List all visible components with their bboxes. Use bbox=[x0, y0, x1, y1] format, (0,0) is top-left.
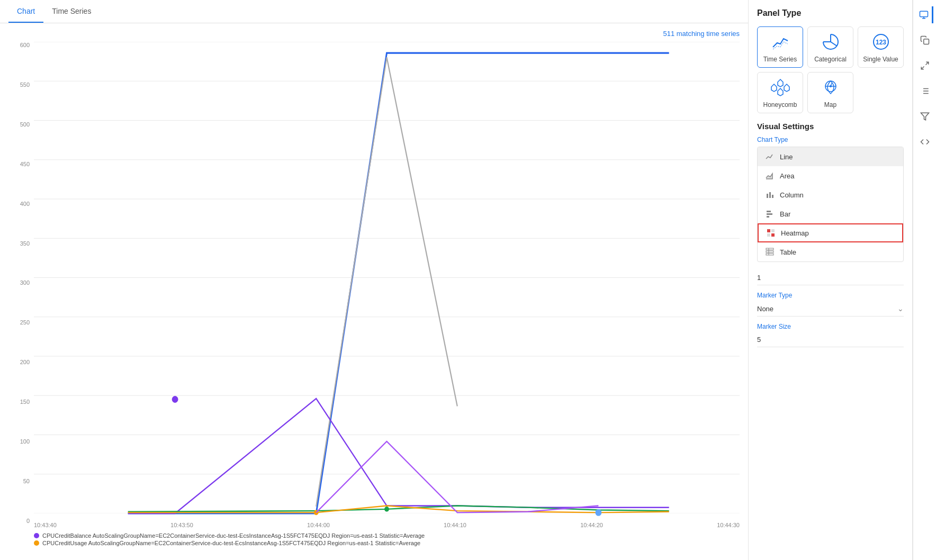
marker-type-field[interactable]: None ⌄ bbox=[757, 301, 904, 317]
filter-icon[interactable] bbox=[916, 108, 933, 125]
svg-point-14 bbox=[384, 507, 389, 512]
right-panel: Panel Type Time Series bbox=[749, 0, 913, 560]
chart-lines-svg bbox=[34, 42, 740, 513]
legend-dot-0 bbox=[34, 533, 39, 538]
svg-rect-27 bbox=[769, 192, 771, 198]
svg-marker-52 bbox=[921, 113, 929, 120]
heatmap-icon bbox=[766, 228, 776, 238]
chart-type-bar[interactable]: Bar bbox=[758, 204, 903, 223]
area-icon bbox=[765, 171, 775, 180]
matching-series: 511 matching time series bbox=[663, 30, 740, 38]
chart-type-label: Chart Type bbox=[757, 136, 904, 143]
legend: CPUCreditBalance AutoScalingGroupName=EC… bbox=[34, 532, 731, 556]
svg-line-44 bbox=[925, 62, 928, 65]
main-content: Chart Time Series 511 matching time seri… bbox=[0, 0, 749, 560]
svg-marker-20 bbox=[771, 84, 777, 92]
svg-rect-30 bbox=[767, 213, 772, 215]
svg-line-45 bbox=[921, 67, 924, 69]
tab-time-series[interactable]: Time Series bbox=[43, 1, 100, 23]
column-icon bbox=[765, 190, 775, 200]
panel-type-title: Panel Type bbox=[757, 8, 904, 18]
tabs: Chart Time Series bbox=[0, 0, 748, 23]
x-axis: 10:43:40 10:43:50 10:44:00 10:44:10 10:4… bbox=[34, 522, 740, 528]
svg-rect-29 bbox=[767, 211, 771, 212]
marker-size-field: 5 bbox=[757, 332, 904, 347]
chart-header: 511 matching time series bbox=[8, 28, 740, 42]
svg-rect-33 bbox=[771, 229, 775, 232]
svg-rect-31 bbox=[767, 216, 769, 218]
svg-rect-34 bbox=[767, 233, 770, 237]
legend-item-0: CPUCreditBalance AutoScalingGroupName=EC… bbox=[34, 532, 731, 539]
marker-type-label: Marker Type bbox=[757, 292, 904, 299]
line-icon bbox=[765, 152, 775, 161]
copy-icon[interactable] bbox=[916, 32, 933, 49]
panel-type-single-value[interactable]: 123 Single Value bbox=[858, 26, 904, 68]
legend-dot-1 bbox=[34, 540, 39, 546]
time-series-label: Time Series bbox=[763, 56, 797, 63]
app-container: Chart Time Series 511 matching time seri… bbox=[0, 0, 936, 560]
chart-type-column[interactable]: Column bbox=[758, 185, 903, 204]
map-label: Map bbox=[824, 101, 836, 109]
svg-rect-26 bbox=[767, 194, 768, 198]
chart-type-table[interactable]: Table bbox=[758, 242, 903, 261]
bar-icon bbox=[765, 209, 775, 219]
chart-type-dropdown: Line Area Column Bar bbox=[757, 147, 904, 262]
marker-size-label: Marker Size bbox=[757, 323, 904, 330]
visual-settings-title: Visual Settings bbox=[757, 122, 904, 131]
chart-type-area[interactable]: Area bbox=[758, 166, 903, 185]
single-value-icon: 123 bbox=[870, 31, 892, 52]
panel-type-honeycomb[interactable]: Honeycomb bbox=[757, 72, 803, 113]
svg-marker-21 bbox=[784, 84, 789, 92]
svg-marker-22 bbox=[778, 88, 783, 96]
chart-plot bbox=[34, 42, 740, 513]
table-icon bbox=[765, 247, 775, 257]
honeycomb-label: Honeycomb bbox=[763, 101, 797, 109]
y-axis: 600 550 500 450 400 350 300 250 200 150 … bbox=[8, 42, 34, 524]
time-series-icon bbox=[770, 31, 791, 52]
panel-type-grid: Time Series Categorical bbox=[757, 26, 904, 113]
categorical-label: Categorical bbox=[814, 56, 847, 63]
chart-area: 511 matching time series 600 550 500 450… bbox=[0, 23, 748, 560]
svg-rect-37 bbox=[766, 251, 773, 252]
svg-text:123: 123 bbox=[875, 39, 886, 46]
chart-type-heatmap[interactable]: Heatmap bbox=[758, 223, 903, 242]
panel-type-categorical[interactable]: Categorical bbox=[807, 26, 853, 68]
code-icon[interactable] bbox=[916, 133, 933, 150]
chart-wrapper: 600 550 500 450 400 350 300 250 200 150 … bbox=[8, 42, 740, 556]
fill-opacity-value: 1 bbox=[757, 270, 904, 285]
svg-point-13 bbox=[172, 396, 178, 403]
svg-rect-43 bbox=[923, 39, 929, 44]
map-icon bbox=[820, 77, 841, 98]
svg-rect-40 bbox=[920, 11, 928, 17]
svg-rect-38 bbox=[766, 254, 773, 255]
categorical-icon bbox=[820, 31, 841, 52]
svg-point-16 bbox=[595, 509, 601, 516]
right-sidebar bbox=[913, 0, 936, 560]
svg-rect-35 bbox=[771, 233, 775, 237]
panel-type-time-series[interactable]: Time Series bbox=[757, 26, 803, 68]
svg-rect-32 bbox=[767, 229, 770, 232]
monitor-icon[interactable] bbox=[916, 6, 933, 23]
marker-type-chevron: ⌄ bbox=[897, 304, 904, 313]
honeycomb-icon bbox=[770, 77, 791, 98]
list-icon[interactable] bbox=[916, 83, 933, 100]
svg-marker-19 bbox=[778, 79, 783, 87]
expand-icon[interactable] bbox=[916, 57, 933, 74]
tab-chart[interactable]: Chart bbox=[8, 1, 43, 23]
chart-type-line[interactable]: Line bbox=[758, 147, 903, 166]
legend-item-1: CPUCreditUsage AutoScalingGroupName=EC2C… bbox=[34, 540, 731, 546]
single-value-label: Single Value bbox=[863, 56, 898, 63]
svg-rect-36 bbox=[766, 248, 773, 250]
panel-type-map[interactable]: Map bbox=[807, 72, 853, 113]
svg-rect-28 bbox=[772, 195, 773, 198]
